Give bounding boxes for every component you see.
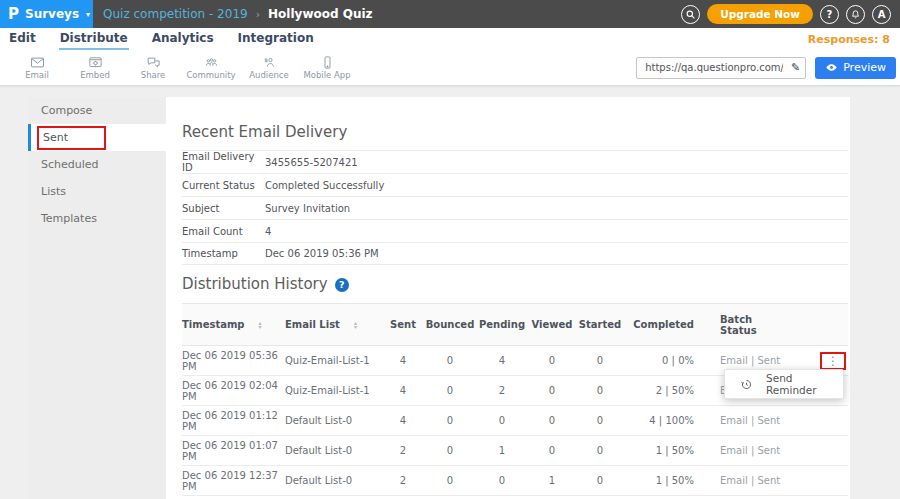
field-row-subject: SubjectSurvey Invitation: [182, 196, 848, 219]
survey-url-input[interactable]: [636, 57, 806, 79]
toolbar-item-audience[interactable]: $Audience: [240, 55, 298, 80]
preview-button-label: Preview: [843, 61, 886, 74]
search-button[interactable]: [681, 5, 700, 24]
breadcrumb-folder[interactable]: Quiz competition - 2019: [103, 7, 248, 21]
cell-actions: [786, 466, 848, 496]
field-label: Subject: [182, 203, 265, 214]
mobile-app-icon: [320, 55, 335, 70]
survey-url-box: ✎: [636, 57, 806, 79]
cell-started: 0: [576, 406, 624, 436]
toolbar-item-embed[interactable]: Embed: [66, 55, 124, 80]
toolbar-item-mobile-app[interactable]: Mobile App: [298, 55, 356, 80]
distribution-history-title-text: Distribution History: [182, 276, 328, 293]
annotation-box-sent: Sent: [37, 126, 106, 150]
cell-timestamp: Dec 06 2019 01:07 PM: [182, 436, 285, 466]
cell-sent: 2: [382, 436, 424, 466]
cell-sent: 4: [382, 346, 424, 376]
help-button[interactable]: ?: [820, 5, 839, 24]
sidebar-item-scheduled[interactable]: Scheduled: [28, 151, 166, 178]
sidebar-item-sent[interactable]: Sent: [28, 124, 166, 151]
column-header-email-list[interactable]: Email List▴▾: [285, 304, 382, 346]
cell-pending: 0: [476, 406, 528, 436]
cell-batch-status: Email | Sent: [700, 406, 786, 436]
toolbar-item-community[interactable]: Community: [182, 55, 240, 80]
sidebar-item-lists[interactable]: Lists: [28, 178, 166, 205]
toolbar-item-email[interactable]: Email: [8, 55, 66, 80]
column-header-actions: [786, 304, 848, 346]
tab-integration[interactable]: Integration: [237, 29, 315, 50]
upgrade-button[interactable]: Upgrade Now: [707, 4, 813, 24]
avatar-button[interactable]: A: [872, 5, 891, 24]
sidebar-item-compose[interactable]: Compose: [28, 97, 166, 124]
sidebar-item-label: Lists: [41, 185, 66, 198]
toolbar-item-share[interactable]: Share: [124, 55, 182, 80]
edit-url-icon[interactable]: ✎: [791, 61, 800, 74]
send-reminder-label: Send Reminder: [766, 372, 843, 396]
sort-icon[interactable]: ▴▾: [354, 321, 357, 329]
cell-viewed: 0: [528, 406, 576, 436]
cell-pending: 4: [476, 346, 528, 376]
field-row-current-status: Current StatusCompleted Successfully: [182, 173, 848, 196]
top-bar: P Surveys ▾ Quiz competition - 2019 › Ho…: [0, 0, 900, 28]
cell-email-list: Quiz-Email-List-1: [285, 346, 382, 376]
toolbar-right: ✎ Preview: [636, 57, 900, 79]
cell-actions: [786, 406, 848, 436]
community-icon: [204, 55, 219, 70]
chevron-down-icon: ▾: [86, 10, 90, 19]
toolbar-item-label: Community: [186, 71, 235, 80]
field-value: Completed Successfully: [265, 180, 384, 191]
sidebar-item-templates[interactable]: Templates: [28, 205, 166, 232]
survey-tabs: Edit Distribute Analytics Integration Re…: [0, 28, 900, 50]
preview-button[interactable]: Preview: [815, 57, 896, 79]
row-context-menu[interactable]: Send Reminder: [724, 369, 844, 399]
sidebar-item-label: Scheduled: [41, 158, 99, 171]
tab-edit[interactable]: Edit: [8, 29, 37, 50]
cell-bounced: 0: [424, 406, 476, 436]
email-icon: [30, 55, 45, 70]
cell-pending: 0: [476, 466, 528, 496]
cell-actions: [786, 436, 848, 466]
sent-page-card: ComposeSentScheduledListsTemplates Recen…: [28, 97, 850, 499]
distribute-sidebar: ComposeSentScheduledListsTemplates: [28, 97, 166, 499]
cell-email-list: Default List-0: [285, 406, 382, 436]
toolbar-items: EmailEmbedShareCommunity$AudienceMobile …: [0, 55, 356, 80]
cell-bounced: 0: [424, 376, 476, 406]
field-label: Email Count: [182, 226, 265, 237]
tab-analytics[interactable]: Analytics: [151, 29, 215, 50]
cell-started: 0: [576, 346, 624, 376]
send-reminder-icon: [740, 378, 753, 391]
cell-viewed: 0: [528, 436, 576, 466]
cell-timestamp: Dec 06 2019 12:37 PM: [182, 466, 285, 496]
cell-bounced: 0: [424, 436, 476, 466]
table-row: Dec 06 2019 01:12 PMDefault List-0400004…: [182, 406, 848, 436]
notifications-button[interactable]: [846, 5, 865, 24]
row-menu-button[interactable]: ⋮: [825, 354, 841, 368]
cell-completed: 0 | 0%: [624, 346, 700, 376]
help-icon[interactable]: ?: [335, 278, 349, 292]
annotation-box-row-menu: ⋮: [820, 352, 846, 370]
toolbar-item-label: Audience: [249, 71, 288, 80]
cell-pending: 2: [476, 376, 528, 406]
cell-completed: 1 | 50%: [624, 436, 700, 466]
tab-distribute[interactable]: Distribute: [59, 29, 129, 50]
cell-email-list: Default List-0: [285, 436, 382, 466]
sidebar-item-label: Templates: [41, 212, 97, 225]
surveys-menu[interactable]: P Surveys ▾: [0, 0, 93, 28]
field-value: Dec 06 2019 05:36 PM: [265, 248, 379, 259]
cell-sent: 4: [382, 406, 424, 436]
eye-icon: [825, 61, 838, 74]
cell-viewed: 0: [528, 376, 576, 406]
sort-icon[interactable]: ▴▾: [259, 321, 262, 329]
column-header-timestamp[interactable]: Timestamp▴▾: [182, 304, 285, 346]
recent-delivery-title: Recent Email Delivery: [182, 124, 848, 141]
distribution-history-table-wrap: Timestamp▴▾Email List▴▾SentBouncedPendin…: [182, 303, 848, 496]
cell-pending: 1: [476, 436, 528, 466]
field-label: Email Delivery ID: [182, 151, 265, 173]
responses-count[interactable]: Responses: 8: [808, 33, 890, 50]
cell-completed: 2 | 50%: [624, 376, 700, 406]
distribution-history-table: Timestamp▴▾Email List▴▾SentBouncedPendin…: [182, 303, 848, 496]
cell-timestamp: Dec 06 2019 05:36 PM: [182, 346, 285, 376]
share-icon: [146, 55, 161, 70]
audience-icon: $: [262, 55, 277, 70]
cell-bounced: 0: [424, 346, 476, 376]
